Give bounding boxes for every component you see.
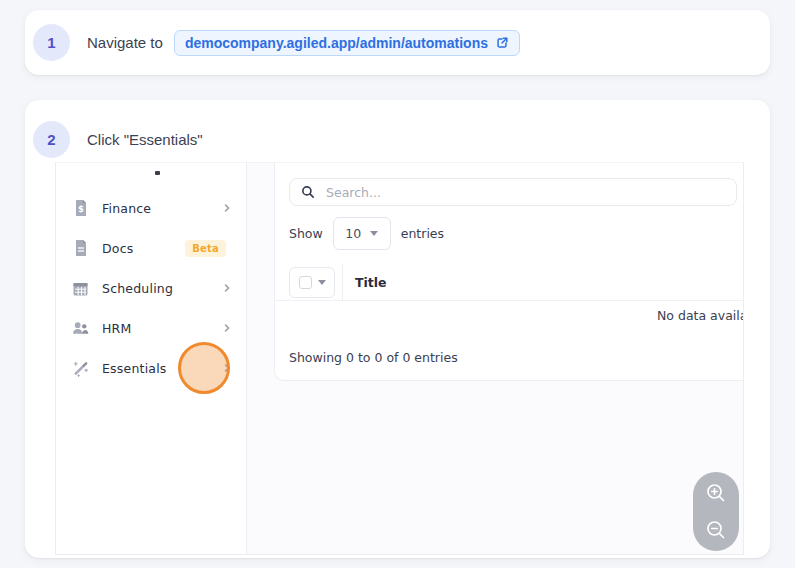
zoom-in-button[interactable] xyxy=(704,481,728,505)
zoom-out-button[interactable] xyxy=(704,518,728,542)
empty-table-message: No data available xyxy=(657,308,744,323)
viewer-zoom-control xyxy=(693,472,739,551)
document-icon xyxy=(72,239,89,258)
people-icon xyxy=(72,319,89,338)
click-highlight-circle xyxy=(178,342,230,394)
tutorial-page: 1 Navigate to democompany.agiled.app/adm… xyxy=(0,0,795,568)
step-2-number-badge: 2 xyxy=(33,121,70,158)
page-size-row: Show 10 entries xyxy=(289,217,444,250)
step-1-url-text: democompany.agiled.app/admin/automations xyxy=(185,35,488,51)
entries-summary: Showing 0 to 0 of 0 entries xyxy=(289,350,458,365)
app-screenshot: $ Finance xyxy=(55,162,744,555)
sidebar-item-label: HRM xyxy=(102,321,131,336)
search-icon xyxy=(301,185,315,199)
sidebar-item-docs[interactable]: Docs Beta xyxy=(56,228,246,268)
chevron-down-icon xyxy=(318,280,326,285)
sidebar-item-label: Docs xyxy=(102,241,133,256)
sidebar-item-label: Essentials xyxy=(102,361,167,376)
page-size-value: 10 xyxy=(345,226,361,241)
sidebar-item-finance[interactable]: $ Finance xyxy=(56,188,246,228)
magic-wand-icon xyxy=(72,359,89,378)
sidebar-item-label: Scheduling xyxy=(102,281,173,296)
select-all-dropdown[interactable] xyxy=(289,267,335,298)
checkbox-icon xyxy=(299,276,312,289)
automations-panel: Show 10 entries Title No data available … xyxy=(274,162,744,381)
step-1-instruction: Navigate to xyxy=(87,34,163,51)
calendar-icon xyxy=(72,279,89,298)
table-header-row: Title xyxy=(275,264,744,301)
search-box xyxy=(289,178,737,206)
step-1-url-link[interactable]: democompany.agiled.app/admin/automations xyxy=(174,30,520,56)
external-link-icon xyxy=(495,36,509,50)
chevron-down-icon xyxy=(370,231,378,236)
page-size-select[interactable]: 10 xyxy=(333,217,391,250)
entries-label: entries xyxy=(401,226,444,241)
title-column-header[interactable]: Title xyxy=(342,264,387,300)
cropped-text-remnant xyxy=(155,171,160,175)
step-2-instruction: Click "Essentials" xyxy=(87,131,203,148)
step-1-card: 1 Navigate to democompany.agiled.app/adm… xyxy=(25,10,770,75)
invoice-icon: $ xyxy=(72,199,89,218)
step-1-row: 1 Navigate to democompany.agiled.app/adm… xyxy=(25,10,770,75)
chevron-right-icon xyxy=(222,283,232,293)
app-sidebar: $ Finance xyxy=(56,163,247,554)
magnifier-minus-icon xyxy=(704,518,728,542)
show-label: Show xyxy=(289,226,323,241)
magnifier-plus-icon xyxy=(704,481,728,505)
step-2-row: 2 Click "Essentials" xyxy=(25,100,770,158)
sidebar-item-label: Finance xyxy=(102,201,151,216)
svg-text:$: $ xyxy=(78,204,84,214)
sidebar-item-scheduling[interactable]: Scheduling xyxy=(56,268,246,308)
step-1-number-badge: 1 xyxy=(33,24,70,61)
sidebar-item-hrm[interactable]: HRM xyxy=(56,308,246,348)
chevron-right-icon xyxy=(222,323,232,333)
search-input[interactable] xyxy=(324,184,736,201)
beta-badge: Beta xyxy=(185,240,226,257)
chevron-right-icon xyxy=(222,203,232,213)
